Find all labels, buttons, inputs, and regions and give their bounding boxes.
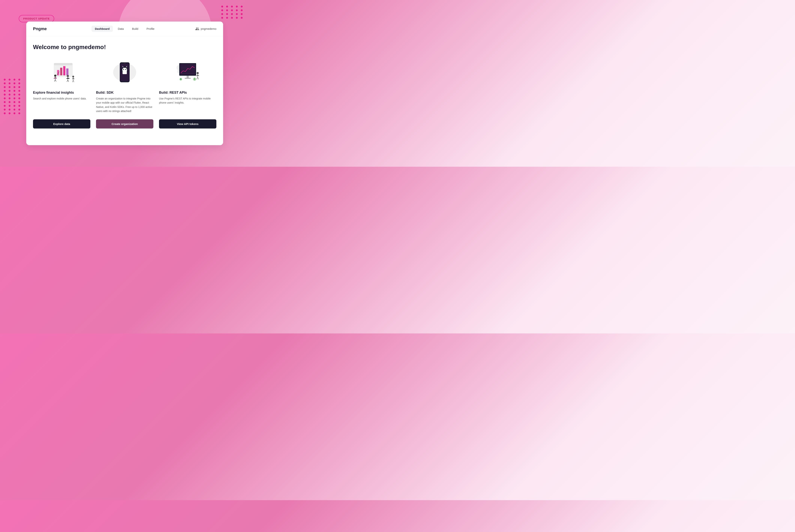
illustration-analytics <box>33 57 90 87</box>
card-title-explore: Explore financial insights <box>33 91 74 95</box>
card-desc-api: Use Pngme's REST APIs to integrate mobil… <box>159 96 216 105</box>
svg-line-11 <box>55 80 56 81</box>
nav-user[interactable]: pngmedemo <box>158 27 216 31</box>
svg-point-29 <box>123 69 124 70</box>
card-desc-sdk: Create an organization to integrate Pngm… <box>96 96 153 113</box>
main-card: Pngme Dashboard Data Build Profile pngme… <box>26 21 223 145</box>
svg-point-30 <box>125 69 126 70</box>
svg-line-22 <box>72 80 73 82</box>
svg-line-16 <box>67 80 68 82</box>
navbar: Pngme Dashboard Data Build Profile pngme… <box>26 21 223 36</box>
svg-line-50 <box>197 77 198 79</box>
svg-rect-3 <box>60 68 62 75</box>
feature-card-sdk: Build: SDK Create an organization to int… <box>96 57 153 113</box>
feature-card-api: Build: REST APIs Use Pngme's REST APIs t… <box>159 57 216 113</box>
card-title-api: Build: REST APIs <box>159 91 187 95</box>
svg-rect-5 <box>66 69 69 76</box>
svg-rect-33 <box>123 71 127 74</box>
buttons-row: Explore data Create organization View AP… <box>33 119 216 129</box>
cards-row: Explore financial insights Search and ex… <box>33 57 216 113</box>
svg-rect-34 <box>124 63 126 63</box>
svg-rect-4 <box>63 66 65 75</box>
nav-links: Dashboard Data Build Profile <box>91 26 158 32</box>
svg-point-18 <box>72 76 74 78</box>
nav-link-dashboard[interactable]: Dashboard <box>91 26 113 32</box>
svg-rect-44 <box>186 76 188 78</box>
svg-rect-45 <box>185 78 191 79</box>
nav-logo: Pngme <box>33 26 91 31</box>
svg-line-17 <box>68 80 69 82</box>
dots-top-right <box>221 6 244 19</box>
svg-rect-1 <box>54 63 72 65</box>
svg-line-51 <box>198 77 199 79</box>
svg-point-46 <box>197 72 199 74</box>
dots-left <box>4 79 21 114</box>
explore-data-button[interactable]: Explore data <box>33 119 90 129</box>
svg-point-12 <box>67 75 69 77</box>
illustration-sdk <box>96 57 153 87</box>
product-update-badge: PRODUCT UPDATE <box>19 15 54 22</box>
create-org-button[interactable]: Create organization <box>96 119 153 129</box>
nav-link-build[interactable]: Build <box>129 26 142 32</box>
welcome-title: Welcome to pngmedemo! <box>33 44 216 51</box>
svg-point-6 <box>54 75 56 77</box>
svg-line-10 <box>54 80 55 81</box>
svg-line-23 <box>73 80 74 82</box>
feature-card-explore: Explore financial insights Search and ex… <box>33 57 90 113</box>
nav-link-profile[interactable]: Profile <box>143 26 158 32</box>
person-icon <box>195 27 199 31</box>
nav-link-data[interactable]: Data <box>114 26 127 32</box>
nav-username: pngmedemo <box>201 27 216 30</box>
content-area: Welcome to pngmedemo! <box>26 36 223 136</box>
card-desc-explore: Search and explore mobile phone users' d… <box>33 96 87 100</box>
view-api-tokens-button[interactable]: View API tokens <box>159 119 216 129</box>
illustration-api <box>159 57 216 87</box>
card-title-sdk: Build: SDK <box>96 91 114 95</box>
svg-rect-38 <box>180 64 195 75</box>
